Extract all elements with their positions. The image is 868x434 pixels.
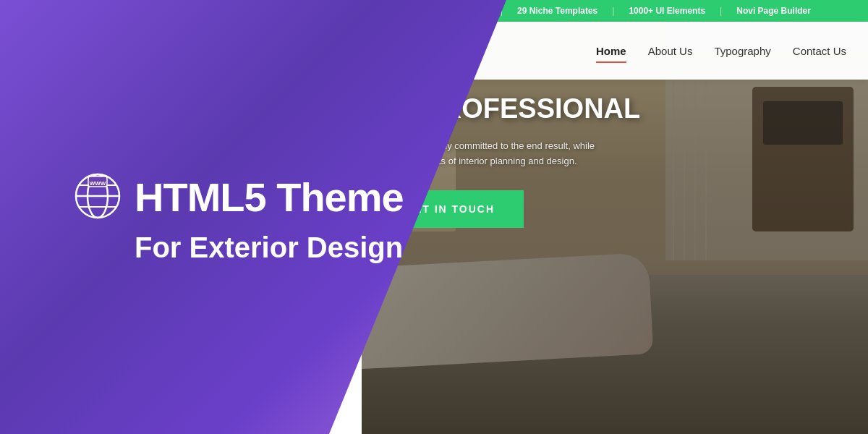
main-title: HTML5 Theme bbox=[135, 175, 404, 220]
ticker-novi: Novi Page Builder bbox=[736, 6, 811, 16]
nav-item-typography[interactable]: Typography bbox=[714, 41, 770, 61]
ticker-ui-elements: 1000+ UI Elements bbox=[629, 6, 705, 16]
ticker-niche-templates: 29 Niche Templates bbox=[517, 6, 597, 16]
subtitle: For Exterior Design bbox=[72, 231, 404, 264]
nav-item-contact[interactable]: Contact Us bbox=[793, 41, 846, 61]
svg-text:WWW: WWW bbox=[90, 180, 106, 187]
nav-item-home[interactable]: Home bbox=[596, 41, 626, 61]
ticker-sep-3: | bbox=[612, 6, 614, 16]
left-content: WWW HTML5 Theme For Exterior Design bbox=[72, 171, 404, 264]
nav-item-about[interactable]: About Us bbox=[648, 41, 693, 61]
globe-icon: WWW bbox=[72, 171, 123, 224]
ticker-sep-4: | bbox=[720, 6, 722, 16]
title-row: WWW HTML5 Theme bbox=[72, 171, 404, 224]
